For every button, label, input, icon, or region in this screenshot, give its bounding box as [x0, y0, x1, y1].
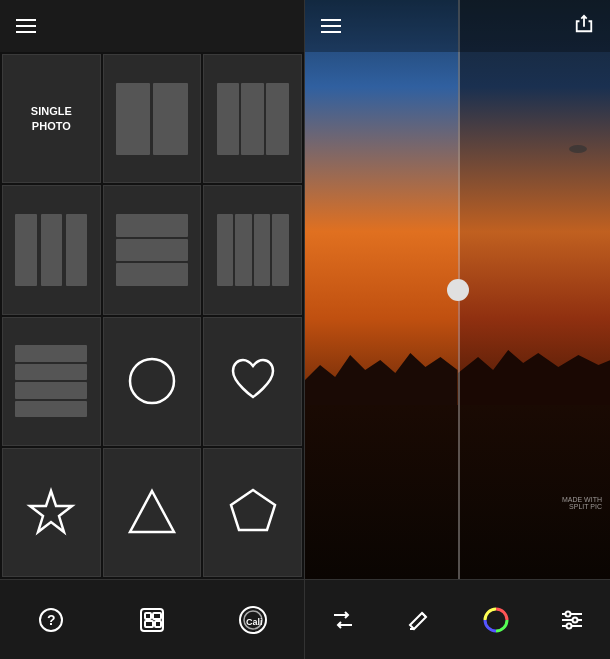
single-photo-label: SINGLE PHOTO	[31, 104, 72, 133]
layout-preview-3v-tall	[15, 214, 87, 286]
photo-area[interactable]: MADE WITH SPLIT PIC	[305, 0, 610, 579]
right-panel: MADE WITH SPLIT PIC	[305, 0, 610, 659]
layout-preview-4h	[15, 345, 87, 417]
svg-marker-1	[30, 491, 72, 532]
edit-button[interactable]	[397, 598, 441, 642]
left-toolbar: ? Cali	[0, 579, 304, 659]
svg-text:?: ?	[47, 612, 56, 628]
grid-cell-split-3v-tall[interactable]	[2, 185, 101, 314]
svg-text:Cali: Cali	[246, 617, 263, 627]
layout-preview-3v	[217, 83, 289, 155]
grid-cell-shape-heart[interactable]	[203, 317, 302, 446]
shape-circle	[121, 350, 183, 412]
svg-point-0	[130, 359, 174, 403]
left-header	[0, 0, 304, 52]
shape-star	[20, 481, 82, 543]
menu-icon[interactable]	[16, 19, 36, 33]
right-header	[305, 0, 610, 52]
help-button[interactable]: ?	[29, 598, 73, 642]
grid-cell-shape-triangle[interactable]	[103, 448, 202, 577]
layout-grid: SINGLE PHOTO	[0, 52, 304, 579]
grid-cell-split-3h[interactable]	[103, 185, 202, 314]
photo-right	[458, 0, 611, 579]
swap-button[interactable]	[321, 598, 365, 642]
right-toolbar	[305, 579, 610, 659]
svg-marker-3	[231, 490, 275, 530]
adjustments-button[interactable]	[550, 598, 594, 642]
drag-handle[interactable]	[447, 279, 469, 301]
svg-rect-8	[153, 613, 161, 619]
svg-point-21	[566, 623, 571, 628]
shape-pentagon	[222, 481, 284, 543]
grid-cell-shape-pentagon[interactable]	[203, 448, 302, 577]
grid-cell-single-photo[interactable]: SINGLE PHOTO	[2, 54, 101, 183]
shape-heart	[222, 350, 284, 412]
svg-rect-10	[155, 621, 161, 627]
right-menu-icon[interactable]	[321, 19, 341, 33]
photo-left	[305, 0, 458, 579]
left-panel: SINGLE PHOTO	[0, 0, 305, 659]
grid-cell-split-2v[interactable]	[103, 54, 202, 183]
grid-cell-split-4v[interactable]	[203, 185, 302, 314]
svg-point-20	[572, 617, 577, 622]
layout-preview-4v	[217, 214, 289, 286]
watermark: MADE WITH SPLIT PIC	[562, 496, 602, 510]
sky-object	[569, 145, 587, 153]
shape-triangle	[121, 481, 183, 543]
grid-cell-split-4h[interactable]	[2, 317, 101, 446]
gallery-button[interactable]	[130, 598, 174, 642]
grid-cell-shape-circle[interactable]	[103, 317, 202, 446]
svg-marker-2	[130, 491, 174, 532]
export-button[interactable]	[574, 14, 594, 38]
effects-button[interactable]: Cali	[231, 598, 275, 642]
layout-preview-2v	[116, 83, 188, 155]
layout-preview-3h	[116, 214, 188, 286]
svg-rect-9	[145, 621, 153, 627]
svg-point-19	[565, 611, 570, 616]
grid-cell-shape-star[interactable]	[2, 448, 101, 577]
grid-cell-split-3v[interactable]	[203, 54, 302, 183]
color-button[interactable]	[474, 598, 518, 642]
svg-rect-7	[145, 613, 151, 619]
